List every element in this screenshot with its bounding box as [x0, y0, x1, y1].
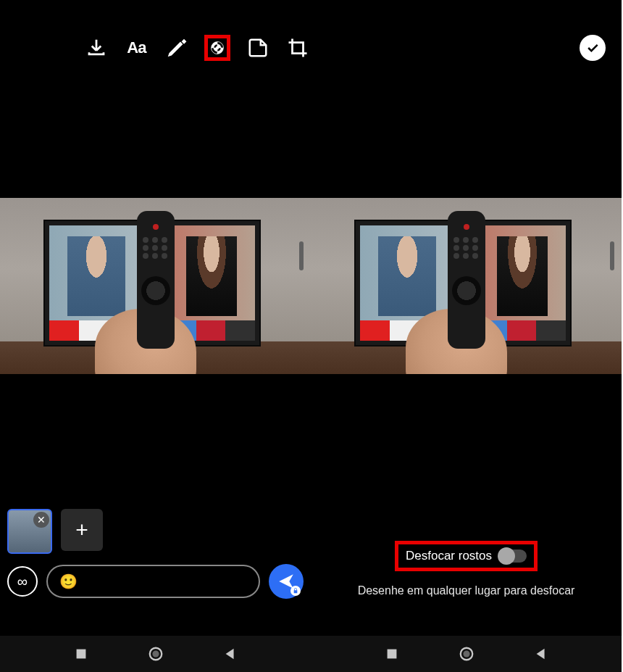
editor-toolbar: Aa: [0, 26, 311, 70]
blur-faces-toggle[interactable]: [499, 549, 527, 563]
svg-point-8: [463, 650, 469, 657]
recent-apps-button[interactable]: [73, 646, 89, 662]
text-tool-button[interactable]: Aa: [124, 35, 150, 61]
confirm-button[interactable]: [580, 35, 606, 61]
download-icon: [85, 37, 107, 59]
draw-tool-button[interactable]: [164, 35, 190, 61]
blur-controls: Desfocar rostos Desenhe em qualquer luga…: [311, 502, 622, 636]
sticker-icon: [247, 37, 269, 59]
home-button[interactable]: [148, 646, 164, 662]
lock-badge: [290, 586, 301, 596]
sticker-tool-button[interactable]: [245, 35, 271, 61]
send-button[interactable]: [269, 564, 304, 599]
checkmark-icon: [585, 41, 600, 55]
blur-panel: Desfocar rostos Desenhe em qualquer luga…: [311, 0, 622, 672]
save-button[interactable]: [83, 35, 109, 61]
svg-point-2: [216, 46, 219, 49]
blur-icon: [211, 37, 224, 59]
home-button[interactable]: [459, 646, 474, 662]
bottom-controls: ✕ + ∞ 🙂: [0, 502, 311, 636]
editor-panel: Aa: [0, 0, 311, 672]
nav-bar: [0, 636, 311, 672]
remove-thumbnail-button[interactable]: ✕: [33, 512, 49, 528]
photo-preview: [0, 198, 311, 374]
recent-apps-button[interactable]: [384, 646, 400, 662]
emoji-icon: 🙂: [59, 573, 78, 590]
back-button[interactable]: [533, 646, 549, 662]
caption-input[interactable]: 🙂: [46, 565, 260, 598]
lock-icon: [293, 588, 298, 594]
nav-bar: [311, 636, 622, 672]
blur-faces-label: Desfocar rostos: [406, 549, 492, 563]
blur-hint-text: Desenhe em qualquer lugar para desfocar: [358, 584, 575, 597]
photo-preview[interactable]: [311, 198, 622, 374]
blur-tool-button[interactable]: [204, 35, 230, 61]
svg-rect-3: [76, 650, 85, 659]
crop-icon: [287, 37, 309, 59]
blur-faces-row: Desfocar rostos: [395, 541, 538, 571]
svg-rect-6: [387, 650, 396, 659]
back-button[interactable]: [222, 646, 238, 662]
view-once-button[interactable]: ∞: [7, 566, 38, 597]
media-thumbnail[interactable]: ✕: [7, 509, 52, 554]
svg-point-5: [152, 650, 159, 657]
add-media-button[interactable]: +: [61, 509, 103, 551]
crop-tool-button[interactable]: [285, 35, 311, 61]
pencil-icon: [166, 37, 188, 59]
